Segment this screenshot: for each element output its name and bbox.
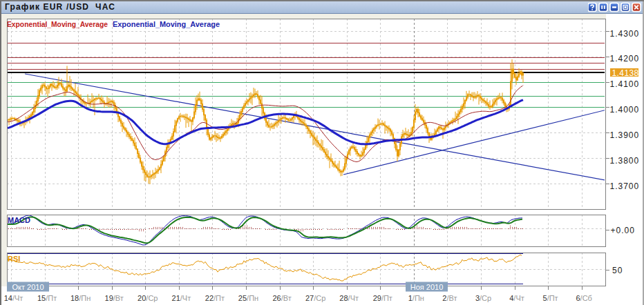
svg-text:28/Чт: 28/Чт bbox=[339, 294, 359, 302]
svg-text:Exponential_Moving_Average: Exponential_Moving_Average bbox=[7, 20, 108, 28]
svg-text:1.4000: 1.4000 bbox=[610, 105, 640, 115]
svg-text:20/Ср: 20/Ср bbox=[138, 294, 158, 302]
svg-text:26/Вт: 26/Вт bbox=[272, 294, 291, 302]
svg-text:Ноя 2010: Ноя 2010 bbox=[410, 283, 444, 291]
svg-text:1.4100: 1.4100 bbox=[610, 79, 640, 89]
svg-text:2/Вт: 2/Вт bbox=[442, 294, 457, 302]
svg-text:1/Пн: 1/Пн bbox=[408, 294, 424, 302]
svg-text:15/Пт: 15/Пт bbox=[37, 294, 57, 302]
svg-text:14/Чт: 14/Чт bbox=[4, 294, 23, 302]
svg-text:22/Пт: 22/Пт bbox=[205, 294, 225, 302]
svg-text:3/Ср: 3/Ср bbox=[475, 294, 491, 302]
svg-text:18/Пн: 18/Пн bbox=[70, 294, 91, 302]
svg-text:4/Чт: 4/Чт bbox=[509, 294, 524, 302]
svg-text:1.3900: 1.3900 bbox=[610, 130, 640, 140]
svg-text:MACD: MACD bbox=[8, 216, 30, 224]
svg-text:1.4200: 1.4200 bbox=[610, 54, 640, 63]
svg-text:Exponential_Moving_Average: Exponential_Moving_Average bbox=[113, 20, 220, 28]
svg-text:27/Ср: 27/Ср bbox=[305, 294, 325, 302]
svg-text:50: 50 bbox=[612, 266, 623, 275]
svg-text:1.4300: 1.4300 bbox=[610, 29, 640, 39]
svg-text:5/Пт: 5/Пт bbox=[543, 294, 558, 302]
svg-text:1.3800: 1.3800 bbox=[610, 156, 640, 166]
svg-text:RSI: RSI bbox=[8, 255, 20, 263]
svg-text:+0.00: +0.00 bbox=[611, 226, 635, 235]
svg-text:29/Пт: 29/Пт bbox=[373, 294, 392, 302]
svg-text:25/Пн: 25/Пн bbox=[238, 294, 258, 302]
svg-text:1.4138: 1.4138 bbox=[612, 68, 639, 78]
svg-text:Окт 2010: Окт 2010 bbox=[12, 283, 44, 291]
svg-text:19/Вт: 19/Вт bbox=[105, 294, 124, 302]
svg-text:6/Сб: 6/Сб bbox=[576, 294, 591, 302]
svg-text:1.3700: 1.3700 bbox=[610, 181, 640, 191]
svg-text:21/Чт: 21/Чт bbox=[172, 294, 191, 302]
